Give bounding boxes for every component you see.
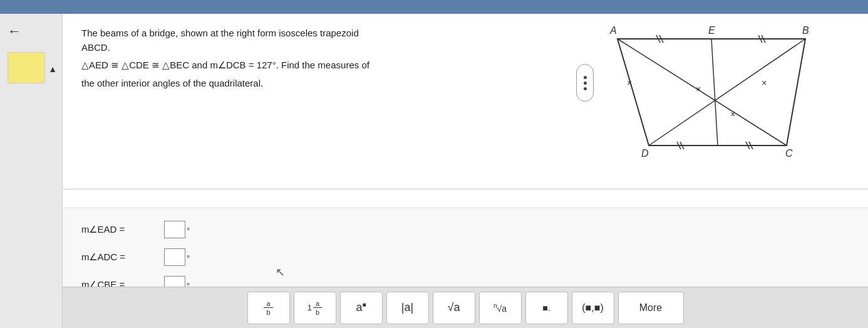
decimal-button[interactable]: ■. (525, 292, 568, 324)
absolute-value-icon: |a| (401, 301, 413, 314)
fraction-icon: a b (264, 300, 272, 316)
more-label: More (639, 302, 662, 314)
sqrt-icon: √a (448, 301, 460, 314)
power-button[interactable]: a■ (340, 292, 383, 324)
thumbnail-box (8, 52, 45, 83)
mixed-number-button[interactable]: 1 a b (294, 292, 336, 324)
svg-text:D: D (641, 148, 649, 159)
svg-text:C: C (785, 148, 793, 159)
parenthesis-button[interactable]: (■,■) (572, 292, 614, 324)
back-button[interactable]: ← (8, 23, 21, 40)
svg-text:×: × (730, 109, 735, 119)
svg-text:×: × (627, 78, 632, 88)
problem-section: The beams of a bridge, shown at the righ… (63, 14, 868, 189)
problem-line4: the other interior angles of the quadril… (81, 77, 432, 91)
content-area: The beams of a bridge, shown at the righ… (63, 14, 868, 328)
fraction-button[interactable]: a b (247, 292, 290, 324)
diagram-area: A B E D C (580, 20, 843, 171)
ead-label: m∠EAD = (81, 224, 163, 235)
ead-degree: ° (187, 226, 190, 235)
math-toolbar: a b 1 a b (63, 287, 868, 328)
svg-text:×: × (696, 84, 701, 94)
svg-marker-0 (617, 39, 805, 145)
problem-text: The beams of a bridge, shown at the righ… (81, 26, 432, 183)
left-sidebar: ← ▲ (0, 14, 63, 328)
svg-text:B: B (802, 25, 809, 36)
answer-row-ead: m∠EAD = ° (81, 221, 849, 238)
absolute-value-button[interactable]: |a| (386, 292, 429, 324)
nth-root-icon: n√a (493, 302, 507, 314)
answer-row-adc: m∠ADC = ° (81, 248, 849, 266)
up-arrow[interactable]: ▲ (48, 64, 57, 74)
parenthesis-icon: (■,■) (582, 302, 603, 314)
problem-line1: The beams of a bridge, shown at the righ… (81, 26, 432, 41)
svg-text:E: E (708, 25, 715, 36)
answer-section: m∠EAD = ° m∠ADC = ° m∠CBE = ° ↖ (63, 208, 868, 328)
power-icon: a■ (356, 301, 366, 314)
svg-text:×: × (762, 78, 767, 88)
adc-input[interactable] (164, 248, 185, 266)
top-bar (0, 0, 868, 14)
sqrt-button[interactable]: √a (433, 292, 475, 324)
svg-text:A: A (609, 25, 617, 36)
more-button[interactable]: More (618, 292, 684, 324)
adc-label: m∠ADC = (81, 251, 163, 263)
ead-input[interactable] (164, 221, 185, 238)
adc-degree: ° (187, 253, 190, 263)
diagram-svg: A B E D C (580, 20, 843, 171)
decimal-icon: ■. (542, 303, 550, 313)
nth-root-button[interactable]: n√a (479, 292, 522, 324)
mixed-number-icon: 1 a b (307, 300, 322, 316)
problem-line3: △AED ≅ △CDE ≅ △BEC and m∠DCB = 127°. Fin… (81, 58, 432, 73)
problem-line2: ABCD. (81, 41, 432, 55)
main-content: ← ▲ The beams of a bridge, shown at the … (0, 14, 868, 328)
